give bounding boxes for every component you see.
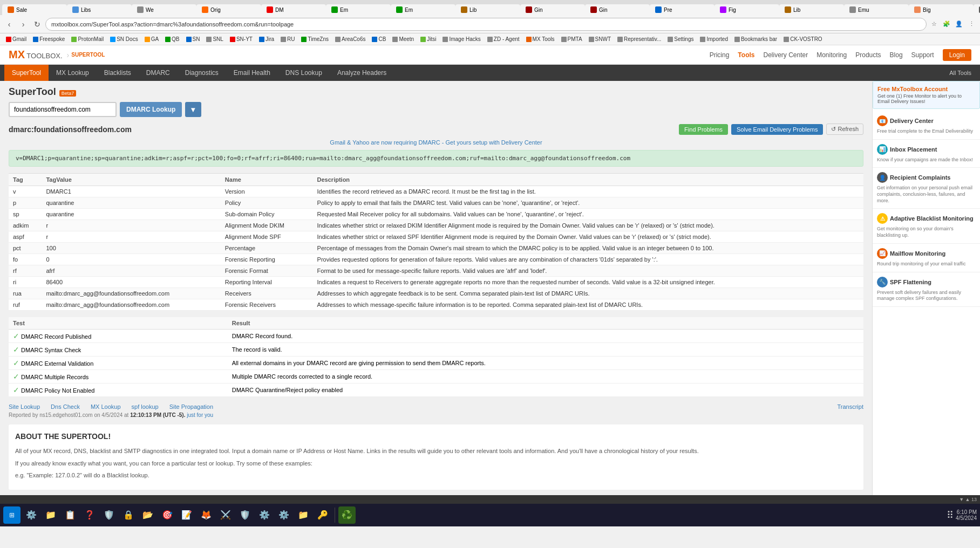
bm-areaco6s[interactable]: AreaCo6s: [332, 36, 368, 43]
taskbar-target[interactable]: 🎯: [159, 506, 176, 524]
taskbar-gear3[interactable]: ⚙️: [275, 506, 292, 524]
bm-pmta[interactable]: PMTA: [559, 36, 585, 43]
address-bar[interactable]: [45, 18, 927, 31]
sidebar-panel[interactable]: 🔧 SPF Flattening Prevent soft delivery f…: [873, 272, 980, 307]
taskbar-gear2[interactable]: ⚙️: [256, 506, 273, 524]
bm-timezns[interactable]: TimeZns: [298, 36, 331, 43]
taskbar-key[interactable]: 🔑: [314, 506, 331, 524]
profile-icon[interactable]: 👤: [954, 19, 964, 30]
sidebar-panel[interactable]: 👤 Recipient Complaints Get information o…: [873, 168, 980, 209]
tool-nav-analyzeheaders[interactable]: Analyze Headers: [330, 65, 394, 81]
browser-tab-dm[interactable]: DM: [261, 4, 326, 15]
taskbar-files[interactable]: 📁: [42, 506, 59, 524]
bookmark-icon[interactable]: ☆: [929, 19, 940, 30]
bm-ru[interactable]: RU: [278, 36, 297, 43]
browser-tab-ne[interactable]: Ne: [974, 4, 980, 15]
sidebar-panel[interactable]: 📈 Mailflow Monitoring Round trip monitor…: [873, 244, 980, 272]
tool-nav-all-tools[interactable]: All Tools: [945, 65, 976, 80]
footer-site-propagation[interactable]: Site Propagation: [169, 403, 213, 410]
taskbar-notes[interactable]: 📝: [178, 506, 195, 524]
taskbar-docs[interactable]: 📋: [62, 506, 79, 524]
bm-zdagent[interactable]: ZD - Agent: [485, 36, 522, 43]
bm-ckvostro[interactable]: CK-VOSTRO: [781, 36, 825, 43]
taskbar-firefox[interactable]: 🦊: [198, 506, 215, 524]
bm-mxtools[interactable]: MX Tools: [523, 36, 557, 43]
taskbar-folder2[interactable]: 📁: [295, 506, 312, 524]
taskbar-sword[interactable]: ⚔️: [217, 506, 234, 524]
search-input[interactable]: [9, 102, 117, 117]
bm-jitsi[interactable]: Jitsi: [418, 36, 439, 43]
tool-nav-blacklists[interactable]: Blacklists: [97, 65, 139, 81]
bm-imported[interactable]: Imported: [697, 36, 730, 43]
bm-snwt[interactable]: SNWT: [586, 36, 614, 43]
footer-dns-check[interactable]: Dns Check: [51, 403, 80, 410]
tool-nav-supertool[interactable]: SuperTool: [4, 65, 49, 81]
browser-tab-em2[interactable]: Em: [391, 4, 455, 15]
browser-tab-emu1[interactable]: Emu: [844, 4, 909, 15]
find-problems-button[interactable]: Find Problems: [679, 124, 728, 135]
refresh-button[interactable]: ↺ Refresh: [826, 124, 863, 135]
browser-tab-sale[interactable]: Sale: [2, 4, 67, 15]
nav-pricing[interactable]: Pricing: [710, 51, 730, 59]
taskbar-shield2[interactable]: 🛡️: [236, 506, 254, 524]
browser-tab-em1[interactable]: Em: [326, 4, 391, 15]
nav-tools[interactable]: Tools: [738, 51, 754, 59]
bm-imagehacks[interactable]: Image Hacks: [440, 36, 483, 43]
taskbar-lock[interactable]: 🔒: [120, 506, 137, 524]
back-button[interactable]: ‹: [3, 18, 15, 30]
nav-blog[interactable]: Blog: [890, 51, 903, 59]
taskbar-start[interactable]: ⊞: [3, 506, 21, 524]
bm-snyt[interactable]: SN-YT: [227, 36, 255, 43]
logo[interactable]: MX TOOLBOX.: [9, 49, 63, 61]
bm-settings[interactable]: Settings: [665, 36, 696, 43]
bm-qb[interactable]: QB: [162, 36, 182, 43]
sidebar-panel[interactable]: 📊 Inbox Placement Know if your campaigns…: [873, 140, 980, 168]
sidebar-panel[interactable]: 📧 Delivery Center Free trial complete to…: [873, 111, 980, 140]
taskbar-security[interactable]: 🛡️: [100, 506, 118, 524]
footer-just-for-you[interactable]: just for you: [187, 412, 213, 418]
nav-delivery-center[interactable]: Delivery Center: [763, 51, 808, 59]
tool-nav-emailhealth[interactable]: Email Health: [226, 65, 278, 81]
browser-tab-we[interactable]: We: [132, 4, 196, 15]
bm-meetn[interactable]: Meetn: [390, 36, 417, 43]
browser-tab-lib2[interactable]: Lib: [779, 4, 844, 15]
bm-cb[interactable]: CB: [369, 36, 389, 43]
nav-products[interactable]: Products: [855, 51, 881, 59]
browser-tab-gin1[interactable]: Gin: [520, 4, 585, 15]
taskbar-folder[interactable]: 📂: [139, 506, 156, 524]
footer-site-lookup[interactable]: Site Lookup: [9, 403, 40, 410]
browser-tab-gin2[interactable]: Gin: [585, 4, 650, 15]
footer-mx-lookup[interactable]: MX Lookup: [91, 403, 121, 410]
bm-sndocs[interactable]: SN Docs: [107, 36, 140, 43]
search-dropdown-button[interactable]: ▼: [185, 102, 201, 117]
tool-nav-mxlookup[interactable]: MX Lookup: [49, 65, 97, 81]
bm-snl[interactable]: SNL: [203, 36, 226, 43]
bm-representativ[interactable]: Representativ...: [615, 36, 664, 43]
nav-monitoring[interactable]: Monitoring: [816, 51, 847, 59]
taskbar-help[interactable]: ❓: [81, 506, 98, 524]
bm-ga[interactable]: GA: [142, 36, 161, 43]
login-button[interactable]: Login: [943, 49, 971, 61]
menu-icon[interactable]: ⋮: [966, 19, 977, 30]
forward-button[interactable]: ›: [17, 18, 29, 30]
browser-tab-big[interactable]: Big: [909, 4, 974, 15]
reload-button[interactable]: ↻: [31, 18, 43, 30]
taskbar-apps-icon[interactable]: ⠿: [947, 509, 954, 521]
bm-protonmail[interactable]: ProtonMail: [69, 36, 106, 43]
bm-gmail[interactable]: Gmail: [3, 36, 29, 43]
tool-nav-dnslookup[interactable]: DNS Lookup: [278, 65, 330, 81]
browser-tab-libs[interactable]: Libs: [67, 4, 132, 15]
sidebar-panel[interactable]: ⚠ Adaptive Blacklist Monitoring Get moni…: [873, 209, 980, 243]
taskbar-recycle[interactable]: ♻️: [338, 506, 356, 524]
search-button[interactable]: DMARC Lookup: [120, 102, 182, 117]
transcript-link[interactable]: Transcript: [838, 403, 864, 410]
free-account-banner[interactable]: Free MxToolbox Account Get one (1) Free …: [873, 81, 980, 109]
browser-tab-pre[interactable]: Pre: [650, 4, 714, 15]
bm-sn[interactable]: SN: [183, 36, 203, 43]
solve-button[interactable]: Solve Email Delivery Problems: [731, 124, 823, 135]
dmarc-notice-link[interactable]: Gmail & Yahoo are now requiring DMARC - …: [330, 139, 542, 146]
footer-spf-lookup[interactable]: spf lookup: [132, 403, 159, 410]
browser-tab-orig[interactable]: Orig: [196, 4, 261, 15]
tool-nav-dmarc[interactable]: DMARC: [139, 65, 178, 81]
browser-tab-lib[interactable]: Lib: [455, 4, 520, 15]
